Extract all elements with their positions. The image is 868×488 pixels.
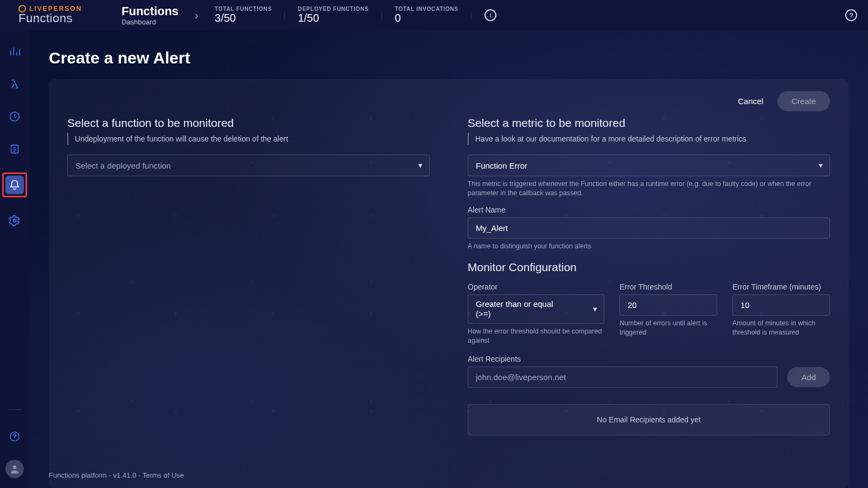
metric-label: TOTAL INVOCATIONS (395, 6, 458, 12)
section-note: Have a look at our documentation for a m… (468, 133, 830, 145)
create-alert-panel: Cancel Create Select a function to be mo… (49, 79, 848, 488)
function-select-placeholder: Select a deployed function (75, 161, 171, 170)
alert-name-help: A name to distinguish your function aler… (468, 242, 830, 251)
nav-lambda-icon[interactable] (5, 75, 24, 93)
brand-product: Functions (18, 11, 108, 25)
breadcrumb-title: Functions (122, 4, 178, 18)
operator-help: How the error threshold should be compar… (468, 327, 604, 345)
threshold-help: Number of errors until alert is triggere… (620, 319, 717, 337)
operator-label: Operator (468, 282, 604, 291)
svg-point-2 (13, 219, 16, 222)
nav-schedules-icon[interactable] (5, 107, 24, 126)
add-recipient-button[interactable]: Add (787, 367, 830, 387)
metric-select[interactable]: Function Error ▾ (468, 155, 830, 176)
nav-help-icon[interactable] (5, 427, 24, 446)
user-avatar[interactable] (5, 460, 24, 478)
function-select[interactable]: Select a deployed function ▾ (67, 155, 430, 176)
breadcrumb-sub: Dashboard (122, 18, 178, 26)
chevron-right-icon: › (192, 9, 202, 22)
svg-point-5 (13, 465, 17, 469)
recipient-email-input[interactable] (468, 367, 777, 388)
nav-alerts-highlight (2, 172, 27, 197)
sidebar (0, 30, 29, 488)
section-note: Undeployment of the function will cause … (67, 133, 430, 145)
monitor-config-heading: Monitor Configuration (468, 261, 830, 274)
nav-settings-icon[interactable] (5, 211, 24, 230)
timeframe-field: Error Timeframe (minutes) Amount of minu… (732, 279, 830, 345)
chevron-down-icon: ▾ (593, 304, 597, 314)
brand-gear-icon (18, 5, 26, 12)
create-button[interactable]: Create (777, 91, 830, 111)
brand: LIVEPERSON Functions (0, 5, 108, 25)
info-icon[interactable]: i (484, 9, 496, 21)
select-metric-section: Select a metric to be monitored Have a l… (468, 114, 830, 435)
chevron-down-icon: ▾ (819, 160, 823, 170)
metric-value: 0 (395, 12, 458, 24)
footer: Functions platform - v1.41.0 - Terms of … (49, 471, 184, 479)
panel-actions: Cancel Create (67, 91, 830, 111)
metric-value: 3/50 (215, 12, 272, 24)
metric-label: TOTAL FUNCTIONS (215, 6, 272, 12)
metric-select-value: Function Error (476, 161, 527, 170)
alert-name-label: Alert Name (468, 206, 830, 214)
operator-select[interactable]: Greater than or equal (>=) ▾ (468, 294, 604, 324)
terms-link[interactable]: Terms of Use (142, 471, 184, 479)
section-heading: Select a metric to be monitored (468, 117, 830, 130)
metric-total-functions: TOTAL FUNCTIONS 3/50 (202, 6, 285, 24)
threshold-label: Error Threshold (620, 282, 717, 291)
recipients-empty: No Email Recipients added yet (468, 404, 830, 435)
page-title: Create a new Alert (49, 49, 848, 67)
chevron-down-icon: ▾ (418, 160, 423, 170)
nav-logs-icon[interactable] (5, 140, 24, 158)
operator-field: Operator Greater than or equal (>=) ▾ Ho… (468, 279, 604, 345)
metric-total-invocations: TOTAL INVOCATIONS 0 (382, 6, 471, 24)
svg-point-4 (14, 439, 15, 439)
nav-alerts-icon[interactable] (5, 176, 24, 194)
timeframe-label: Error Timeframe (minutes) (732, 282, 830, 291)
alert-name-input[interactable] (468, 217, 830, 239)
metric-deployed-functions: DEPLOYED FUNCTIONS 1/50 (285, 6, 382, 24)
breadcrumb[interactable]: Functions Dashboard (108, 4, 192, 26)
sidebar-divider (8, 409, 22, 410)
cancel-button[interactable]: Cancel (733, 91, 768, 111)
main: Create a new Alert Cancel Create Select … (29, 30, 868, 488)
operator-value: Greater than or equal (>=) (476, 299, 569, 319)
recipients-label: Alert Recipients (468, 355, 830, 363)
nav-dashboard-icon[interactable] (5, 42, 24, 61)
threshold-input[interactable] (620, 294, 717, 316)
footer-text: Functions platform - v1.41.0 - (49, 471, 142, 479)
select-function-section: Select a function to be monitored Undepl… (67, 114, 430, 435)
metric-help: This metric is triggered whenever the Fu… (468, 179, 830, 198)
metric-label: DEPLOYED FUNCTIONS (298, 6, 369, 12)
section-heading: Select a function to be monitored (67, 117, 430, 130)
top-bar: LIVEPERSON Functions Functions Dashboard… (0, 0, 868, 30)
timeframe-help: Amount of minutes in which threshold is … (732, 319, 830, 337)
timeframe-input[interactable] (732, 294, 830, 316)
help-icon[interactable]: ? (845, 9, 857, 21)
metric-value: 1/50 (298, 12, 369, 24)
threshold-field: Error Threshold Number of errors until a… (620, 279, 717, 345)
